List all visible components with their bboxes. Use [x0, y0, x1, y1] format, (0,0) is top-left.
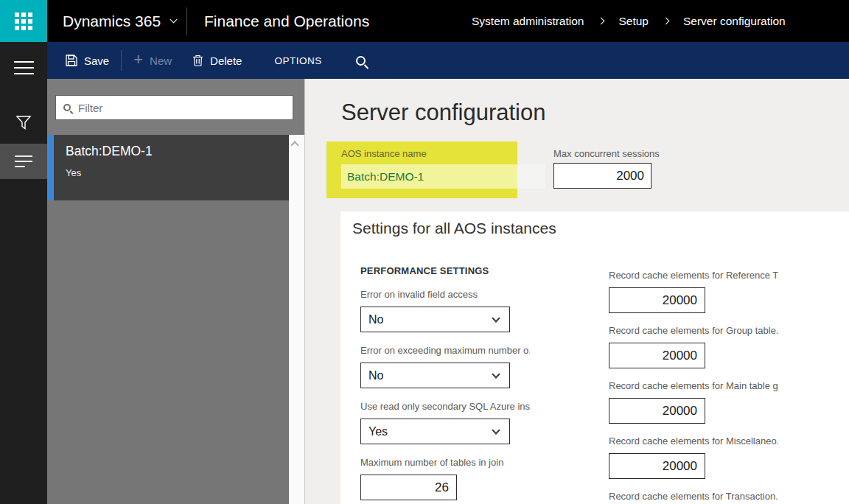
breadcrumb-item-area[interactable]: Setup: [618, 15, 649, 28]
field-read-only-secondary: Use read only secondary SQL Azure inst..…: [360, 400, 530, 444]
aos-instance-name-value[interactable]: Batch:DEMO-1: [341, 164, 545, 189]
field-record-cache-misc: Record cache elements for Miscellaneo...: [609, 435, 778, 479]
delete-button-label: Delete: [210, 55, 242, 67]
command-bar: Save + New Delete OPTIONS: [47, 42, 849, 79]
field-label: Use read only secondary SQL Azure inst..…: [360, 400, 530, 413]
filter-input[interactable]: [78, 102, 262, 114]
error-exceeding-max-dropdown[interactable]: No: [360, 363, 510, 388]
dropdown-value: Yes: [368, 425, 388, 438]
field-label: Error on invalid field access: [360, 288, 530, 301]
suite-title[interactable]: Finance and Operations: [204, 0, 369, 42]
aos-instance-name-label: AOS instance name: [341, 148, 427, 159]
nav-menu-button[interactable]: [0, 50, 47, 85]
toolbar-search-button[interactable]: [346, 42, 376, 79]
max-tables-join-input[interactable]: [360, 475, 457, 500]
nav-filter-button[interactable]: [0, 105, 47, 140]
settings-left-column: PERFORMANCE SETTINGS Error on invalid fi…: [360, 265, 530, 504]
list-item-title: Batch:DEMO-1: [66, 144, 289, 159]
record-cache-reference-input[interactable]: [609, 287, 705, 313]
app-launcher-button[interactable]: [0, 0, 47, 42]
field-record-cache-main: Record cache elements for Main table g..…: [609, 379, 778, 424]
options-menu-button[interactable]: OPTIONS: [262, 42, 333, 79]
delete-button[interactable]: Delete: [182, 42, 252, 79]
max-concurrent-sessions-label: Max concurrent sessions: [553, 148, 660, 159]
field-label: Record cache elements for Miscellaneo...: [609, 435, 778, 448]
performance-settings-heading: PERFORMANCE SETTINGS: [360, 265, 530, 276]
record-cache-main-input[interactable]: [609, 398, 705, 424]
save-button[interactable]: Save: [55, 42, 119, 79]
field-label: Error on exceeding maximum number o...: [360, 344, 530, 357]
max-concurrent-sessions-input[interactable]: [553, 163, 651, 189]
product-name: Dynamics 365: [63, 13, 161, 30]
trash-icon: [192, 55, 203, 66]
chevron-right-icon: [663, 18, 670, 25]
options-label: OPTIONS: [274, 55, 321, 66]
field-error-invalid-access: Error on invalid field access No: [360, 288, 530, 332]
field-label: Maximum number of tables in join: [360, 456, 530, 469]
record-cache-misc-input[interactable]: [609, 453, 705, 479]
floppy-icon: [66, 55, 77, 66]
hamburger-icon: [14, 61, 34, 74]
list-pane-icon: [15, 155, 32, 167]
list-panel-header: [47, 79, 304, 135]
field-label: Record cache elements for Main table g..…: [609, 379, 778, 393]
breadcrumb-item-page[interactable]: Server configuration: [683, 15, 786, 28]
search-icon: [63, 104, 71, 111]
list-panel: Batch:DEMO-1 Yes: [47, 135, 289, 504]
command-bar-separator: [121, 50, 122, 71]
section-title: Settings for all AOS instances: [352, 220, 556, 237]
save-button-label: Save: [84, 55, 109, 67]
chevron-down-icon: [492, 370, 500, 378]
search-icon: [356, 56, 366, 66]
settings-right-column: Record cache elements for Reference T...…: [609, 269, 778, 504]
field-record-cache-transaction: Record cache elements for Transaction...: [609, 490, 778, 503]
new-button-label: New: [150, 55, 172, 67]
nav-list-pane-button[interactable]: [0, 144, 47, 179]
app-top-bar: Dynamics 365 Finance and Operations Syst…: [0, 0, 849, 42]
chevron-down-icon: [170, 16, 178, 24]
field-record-cache-group: Record cache elements for Group table...: [609, 324, 778, 368]
chevron-down-icon: [492, 314, 500, 322]
field-label: Record cache elements for Group table...: [609, 324, 778, 337]
field-record-cache-reference: Record cache elements for Reference T...: [609, 269, 778, 313]
field-label: Record cache elements for Reference T...: [609, 269, 778, 282]
waffle-icon: [15, 13, 32, 30]
read-only-secondary-dropdown[interactable]: Yes: [360, 419, 510, 444]
field-error-exceeding-max: Error on exceeding maximum number o... N…: [360, 344, 530, 388]
settings-card: Settings for all AOS instances PERFORMAN…: [340, 211, 849, 504]
field-max-tables-join: Maximum number of tables in join: [360, 456, 530, 500]
new-button[interactable]: + New: [123, 42, 182, 79]
record-cache-group-input[interactable]: [609, 343, 705, 368]
navigation-rail: [0, 42, 47, 504]
dropdown-value: No: [368, 369, 383, 382]
dropdown-value: No: [368, 313, 383, 326]
chevron-down-icon: [492, 426, 500, 434]
list-item-selected[interactable]: Batch:DEMO-1 Yes: [47, 135, 289, 200]
list-scrollbar[interactable]: [289, 135, 304, 504]
plus-icon: +: [133, 52, 143, 67]
chevron-up-icon[interactable]: [290, 141, 298, 149]
filter-field[interactable]: [55, 95, 293, 120]
breadcrumb: System administration Setup Server confi…: [472, 0, 786, 42]
product-switcher[interactable]: Dynamics 365: [63, 0, 176, 42]
funnel-icon: [15, 113, 32, 131]
topbar-divider: [186, 7, 187, 35]
chevron-right-icon: [598, 18, 605, 25]
page-title: Server configuration: [341, 99, 545, 126]
error-invalid-access-dropdown[interactable]: No: [360, 307, 510, 332]
field-label: Record cache elements for Transaction...: [609, 490, 778, 503]
main-content: Server configuration AOS instance name B…: [305, 79, 849, 504]
list-item-subtitle: Yes: [66, 167, 289, 178]
breadcrumb-item-module[interactable]: System administration: [472, 15, 584, 28]
